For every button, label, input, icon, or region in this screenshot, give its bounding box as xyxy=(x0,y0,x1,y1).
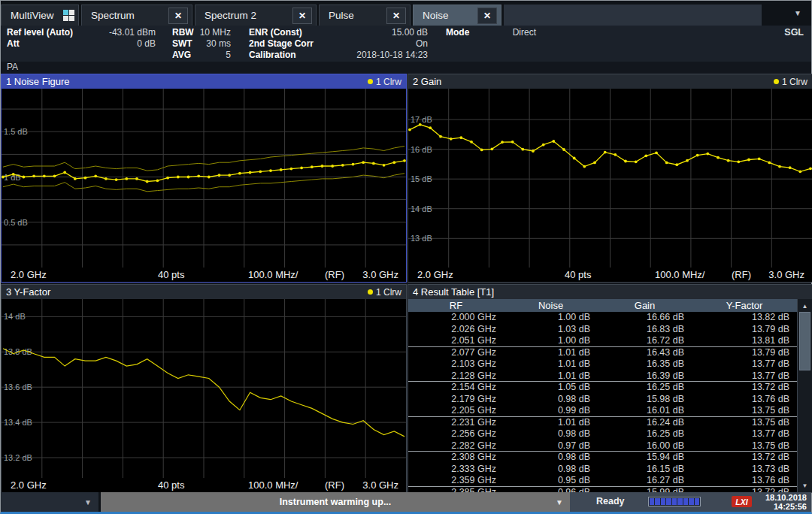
table-row[interactable]: 2.385 GHz0.96 dB15.99 dB13.72 dB xyxy=(408,487,797,493)
table-cell: 2.282 GHz xyxy=(408,440,504,452)
table-cell: 16.35 dB xyxy=(598,358,692,370)
column-header-noise[interactable]: Noise xyxy=(504,299,598,312)
table-cell: 16.83 dB xyxy=(598,324,692,336)
table-cell: 2.000 GHz xyxy=(408,312,504,324)
status-message-bar[interactable]: Instrument warming up... ▼ xyxy=(101,492,570,512)
scroll-down-icon[interactable]: ▼ xyxy=(798,480,812,491)
panel-gain: 2 Gain 1 Clrw 17 dB16 dB15 dB14 dB13 dB … xyxy=(408,74,812,283)
noise-figure-footer: 2.0 GHz 40 pts 100.0 MHz/ (RF) 3.0 GHz xyxy=(2,268,406,282)
table-cell: 13.75 dB xyxy=(692,417,797,429)
rbw-field[interactable]: RBW 10 MHz xyxy=(172,27,231,38)
close-icon[interactable]: ✕ xyxy=(168,8,188,24)
table-cell: 13.79 dB xyxy=(692,324,797,336)
status-right-section: Ready LXI 18.10.2018 14:25:56 xyxy=(570,492,811,512)
scroll-up-icon[interactable]: ▲ xyxy=(798,301,812,311)
svg-text:1.5 dB: 1.5 dB xyxy=(4,127,28,136)
table-row[interactable]: 2.308 GHz0.98 dB15.94 dB13.72 dB xyxy=(408,452,797,464)
column-header-y-factor[interactable]: Y-Factor xyxy=(692,299,797,312)
table-cell: 16.43 dB xyxy=(598,347,692,359)
frequency-per-div: 100.0 MHz/ xyxy=(248,479,298,491)
date-value: 18.10.2018 xyxy=(765,493,807,502)
tab-spectrum[interactable]: Spectrum ✕ xyxy=(81,5,192,26)
tab-noise[interactable]: Noise ✕ xyxy=(413,5,501,26)
frequency-per-div: 100.0 MHz/ xyxy=(248,269,298,280)
panel-title: 2 Gain xyxy=(413,76,441,87)
table-cell: 13.76 dB xyxy=(692,394,797,406)
close-icon[interactable]: ✕ xyxy=(292,8,312,24)
table-row[interactable]: 2.179 GHz0.98 dB15.98 dB13.76 dB xyxy=(408,394,797,406)
table-row[interactable]: 2.103 GHz1.01 dB16.35 dB13.77 dB xyxy=(408,358,797,370)
dropdown-arrow-icon: ▼ xyxy=(84,498,92,506)
table-cell: 2.026 GHz xyxy=(408,324,504,336)
table-cell: 15.99 dB xyxy=(598,487,692,493)
table-row[interactable]: 2.282 GHz0.97 dB16.00 dB13.75 dB xyxy=(408,440,797,452)
start-frequency: 2.0 GHz xyxy=(417,269,453,280)
table-cell: 0.98 dB xyxy=(504,394,598,406)
table-cell: 13.73 dB xyxy=(692,464,797,476)
table-cell: 0.99 dB xyxy=(504,405,598,416)
table-row[interactable]: 2.000 GHz1.00 dB16.66 dB13.82 dB xyxy=(408,312,797,324)
noise-figure-title-bar[interactable]: 1 Noise Figure 1 Clrw xyxy=(2,74,406,89)
svg-text:16 dB: 16 dB xyxy=(411,145,432,154)
status-dropdown[interactable]: ▼ xyxy=(1,492,98,512)
table-row[interactable]: 2.051 GHz1.00 dB16.72 dB13.81 dB xyxy=(408,335,797,347)
mode-field[interactable]: Mode Direct xyxy=(446,27,536,38)
table-cell: 13.72 dB xyxy=(692,382,797,394)
message-dropdown-icon: ▼ xyxy=(556,498,563,506)
second-stage-corr-field[interactable]: 2nd Stage Corr On xyxy=(249,38,428,50)
gain-title-bar[interactable]: 2 Gain 1 Clrw xyxy=(408,74,812,89)
header-col-enr: ENR (Const) 15.00 dB 2nd Stage Corr On C… xyxy=(249,27,428,61)
result-table-body: 2.000 GHz1.00 dB16.66 dB13.82 dB2.026 GH… xyxy=(408,312,812,492)
tab-overflow-arrow[interactable]: ▼ xyxy=(794,9,801,17)
table-cell: 13.82 dB xyxy=(692,312,797,324)
datetime-display[interactable]: 18.10.2018 14:25:56 xyxy=(765,493,807,511)
att-field[interactable]: Att 0 dB xyxy=(7,38,156,50)
table-row[interactable]: 2.128 GHz1.01 dB16.39 dB13.77 dB xyxy=(408,370,797,382)
table-row[interactable]: 2.256 GHz0.98 dB16.25 dB13.77 dB xyxy=(408,428,797,440)
table-row[interactable]: 2.359 GHz0.95 dB16.27 dB13.76 dB xyxy=(408,475,797,487)
avg-field[interactable]: AVG 5 xyxy=(172,50,231,61)
table-cell: 2.205 GHz xyxy=(408,405,504,416)
tab-pulse[interactable]: Pulse ✕ xyxy=(319,5,411,26)
result-table-header: RF Noise Gain Y-Factor xyxy=(408,299,797,312)
tab-spectrum-2[interactable]: Spectrum 2 ✕ xyxy=(195,5,317,26)
table-row[interactable]: 2.077 GHz1.01 dB16.43 dB13.79 dB xyxy=(408,347,797,359)
close-icon[interactable]: ✕ xyxy=(477,8,497,24)
enr-field[interactable]: ENR (Const) 15.00 dB xyxy=(249,27,428,38)
panel-y-factor: 3 Y-Factor 1 Clrw 14 dB13.8 dB13.6 dB13.… xyxy=(1,284,407,493)
table-row[interactable]: 2.205 GHz0.99 dB16.01 dB13.75 dB xyxy=(408,405,797,417)
result-table-title-bar[interactable]: 4 Result Table [T1] xyxy=(408,285,812,299)
ref-level-field[interactable]: Ref level (Auto) -43.01 dBm xyxy=(7,27,156,38)
table-cell: 16.72 dB xyxy=(598,335,692,346)
table-cell: 2.128 GHz xyxy=(408,370,504,382)
header-col-bw: RBW 10 MHz SWT 30 ms AVG 5 xyxy=(172,27,231,61)
table-cell: 13.75 dB xyxy=(692,405,797,416)
table-cell: 2.051 GHz xyxy=(408,335,504,346)
rf-axis-label: (RF) xyxy=(325,269,344,280)
table-row[interactable]: 2.333 GHz0.98 dB16.15 dB13.73 dB xyxy=(408,464,797,476)
y-factor-chart[interactable]: 14 dB13.8 dB13.6 dB13.4 dB13.2 dB xyxy=(2,299,406,478)
table-row[interactable]: 2.231 GHz1.01 dB16.24 dB13.75 dB xyxy=(408,417,797,429)
table-row[interactable]: 2.154 GHz1.05 dB16.25 dB13.72 dB xyxy=(408,382,797,394)
noise-figure-chart[interactable]: 1.5 dB1 dB0.5 dB xyxy=(2,89,406,268)
table-row[interactable]: 2.026 GHz1.03 dB16.83 dB13.79 dB xyxy=(408,324,797,336)
swt-field[interactable]: SWT 30 ms xyxy=(172,38,231,50)
tab-label: Noise xyxy=(423,10,449,21)
svg-text:13.6 dB: 13.6 dB xyxy=(4,382,32,392)
table-cell: 13.77 dB xyxy=(692,370,797,382)
table-cell: 16.66 dB xyxy=(598,312,692,324)
column-header-rf[interactable]: RF xyxy=(408,299,504,312)
tab-multiview[interactable]: MultiView xyxy=(1,5,79,26)
table-cell: 13.75 dB xyxy=(692,440,797,452)
svg-text:0.5 dB: 0.5 dB xyxy=(4,218,28,227)
table-cell: 16.27 dB xyxy=(598,475,692,486)
y-factor-title-bar[interactable]: 3 Y-Factor 1 Clrw xyxy=(2,285,406,299)
scroll-thumb[interactable] xyxy=(799,312,810,370)
table-scrollbar[interactable]: ▲ ▼ xyxy=(797,299,812,492)
column-header-gain[interactable]: Gain xyxy=(598,299,692,312)
settings-header: Ref level (Auto) -43.01 dBm Att 0 dB RBW… xyxy=(1,26,811,62)
close-icon[interactable]: ✕ xyxy=(386,8,406,24)
gain-chart[interactable]: 17 dB16 dB15 dB14 dB13 dB xyxy=(408,89,812,268)
calibration-field[interactable]: Calibration 2018-10-18 14:23 xyxy=(249,50,428,61)
table-cell: 16.00 dB xyxy=(598,440,692,452)
